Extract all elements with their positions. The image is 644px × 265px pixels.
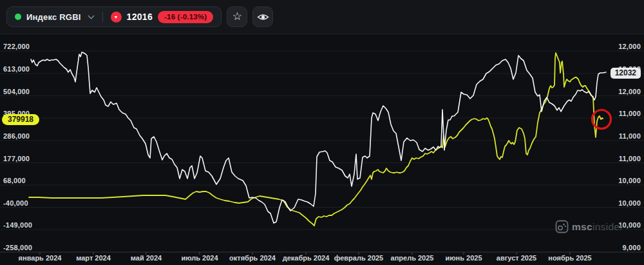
eye-icon	[257, 12, 269, 22]
price-change-badge: -16 (-0.13%)	[158, 11, 213, 23]
instrument-selector[interactable]: Индекс RGBI ▼ 12016 -16 (-0.13%)	[6, 6, 222, 27]
y-axis-label-right: 12,000	[618, 88, 641, 95]
white-current-value-badge: 12032	[611, 68, 641, 79]
y-axis-label-right: 11,000	[619, 110, 641, 117]
x-axis-label: октябрь 2024	[229, 254, 276, 262]
y-axis-label-left: 504,000	[3, 88, 30, 95]
watch-button[interactable]	[252, 6, 273, 27]
mscinsider-logo-icon	[555, 220, 569, 233]
y-axis-label-right: 10,000	[618, 199, 641, 207]
chevron-down-icon[interactable]	[88, 13, 94, 19]
y-axis-label-left: -258,000	[3, 244, 32, 251]
yellow-series-line	[29, 53, 603, 226]
y-axis-label-left: -40,000	[3, 199, 28, 207]
toolbar: Индекс RGBI ▼ 12016 -16 (-0.13%) ☆	[0, 0, 644, 34]
x-axis-label: февраль 2025	[334, 254, 383, 262]
watermark: mscinsider	[555, 220, 623, 233]
x-axis-label: август 2025	[497, 254, 536, 262]
gridlines	[0, 51, 644, 230]
y-axis-label-left: -149,000	[3, 221, 32, 229]
watermark-text: mscinsider	[572, 221, 623, 233]
x-axis-label: июль 2024	[181, 254, 218, 262]
y-axis-label-right: 9,000	[622, 244, 641, 251]
y-axis-label-right: 11,000	[619, 155, 641, 162]
x-axis-label: ноябрь 2025	[548, 254, 591, 262]
y-axis-label-left: 177,000	[3, 155, 30, 162]
y-axis-label-right: 11,000	[619, 132, 641, 140]
favorite-button[interactable]: ☆	[227, 6, 247, 27]
chart-window: Индекс RGBI ▼ 12016 -16 (-0.13%) ☆ 722,0…	[0, 0, 644, 265]
price-down-icon: ▼	[111, 12, 122, 23]
x-axis-label: апрель 2025	[391, 254, 434, 262]
market-status-dot	[15, 14, 21, 20]
x-axis-label: март 2024	[76, 254, 111, 262]
x-axis-label: январь 2024	[19, 254, 62, 262]
x-axis-label: декабрь 2024	[283, 254, 330, 262]
y-axis-label-left: 722,000	[3, 43, 30, 50]
x-axis-label: май 2024	[131, 254, 162, 262]
y-axis-label-left: 68,000	[3, 177, 26, 184]
star-icon: ☆	[232, 11, 242, 22]
y-axis-label-left: 613,000	[3, 65, 30, 73]
instrument-name: Индекс RGBI	[26, 12, 81, 22]
last-price: 12016	[127, 12, 153, 22]
yellow-current-value-badge: 379918	[2, 114, 39, 125]
divider	[102, 12, 103, 22]
y-axis-label-right: 12,000	[618, 43, 641, 50]
y-axis-label-right: 10,000	[618, 177, 641, 184]
price-chart[interactable]	[0, 0, 644, 265]
y-axis-label-left: 286,000	[3, 132, 30, 140]
x-axis-label: июнь 2025	[445, 254, 482, 262]
